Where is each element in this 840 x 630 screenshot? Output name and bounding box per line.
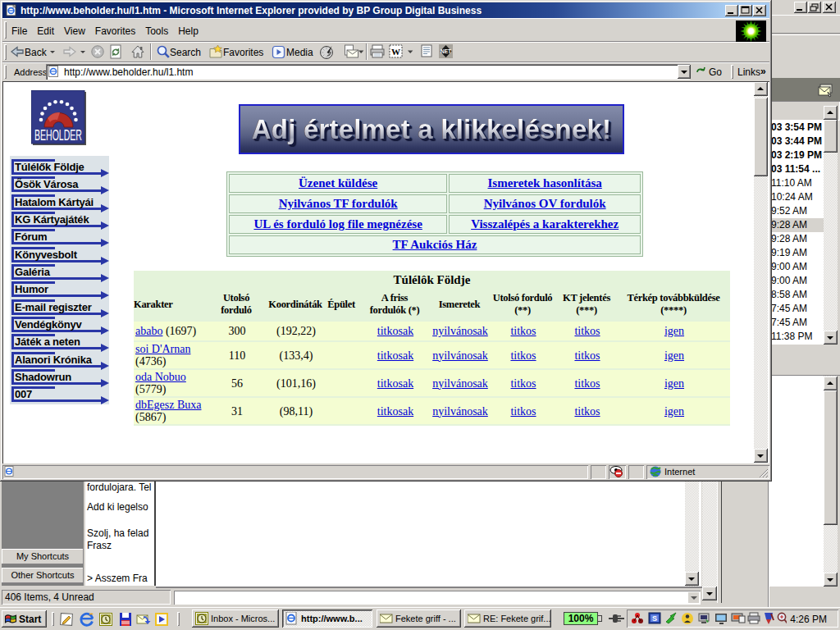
svg-text:S: S — [652, 614, 657, 623]
svg-text:NET: NET — [441, 48, 451, 54]
svg-text:BEHOLDER: BEHOLDER — [34, 126, 82, 143]
svg-text:W: W — [391, 47, 400, 57]
